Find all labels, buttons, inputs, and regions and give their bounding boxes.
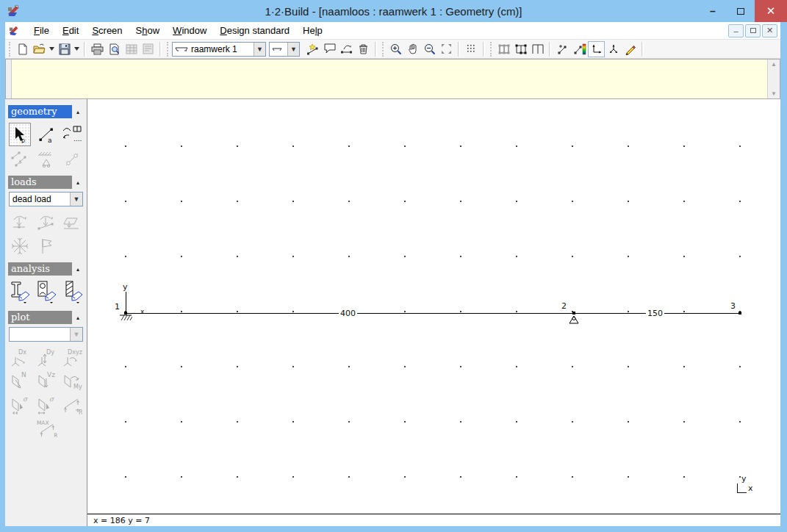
collapse-geometry-icon[interactable]: ▴ — [72, 109, 84, 115]
collapse-plot-icon[interactable]: ▴ — [72, 314, 84, 321]
load-case-combobox[interactable]: dead load ▼ — [9, 192, 83, 206]
open-folder-icon[interactable] — [31, 41, 48, 57]
member-type-combobox[interactable]: ▼ — [269, 42, 300, 57]
member-load-icon[interactable] — [35, 212, 57, 233]
print-icon[interactable] — [89, 41, 106, 57]
select-pointer-icon[interactable]: p — [9, 123, 31, 146]
maximize-button[interactable] — [727, 0, 755, 22]
drawing-canvas[interactable]: y x 1 2 3 400 150 — [87, 99, 780, 514]
menu-file[interactable]: File — [27, 24, 56, 37]
frame-grid-partial-icon[interactable] — [512, 41, 529, 57]
svg-text:p: p — [21, 137, 25, 143]
toolbar-grip — [382, 42, 385, 57]
global-axes-lines — [737, 484, 747, 493]
plot-stress-compression-icon[interactable]: σ — [9, 395, 31, 415]
toolbar-grip — [490, 42, 493, 57]
plot-max-reactions-icon[interactable]: MAXR — [35, 418, 57, 439]
distributed-load-icon[interactable] — [61, 212, 83, 233]
axes-2d-icon[interactable] — [588, 41, 605, 57]
plot-displacement-y-icon[interactable]: Dy — [35, 348, 57, 368]
frame-grid-outline-icon[interactable] — [529, 41, 546, 57]
menu-screen[interactable]: Screen — [85, 24, 129, 37]
load-case-dropdown-icon[interactable]: ▼ — [70, 193, 82, 206]
wind-load-icon[interactable] — [35, 236, 57, 256]
scroll-down-icon[interactable]: ▼ — [771, 90, 777, 97]
plot-panel-header[interactable]: plot ▴ — [8, 311, 84, 324]
hinge-icon[interactable] — [61, 149, 83, 170]
tool-sidebar: geometry ▴ p a .... — [5, 99, 87, 526]
analysis-panel-header[interactable]: analysis ▴ — [8, 262, 84, 276]
plot-reactions-icon[interactable]: R — [61, 395, 83, 415]
member-type-dropdown-icon[interactable]: ▼ — [287, 43, 299, 56]
profile-design-icon[interactable] — [9, 280, 31, 303]
roller-support-icon[interactable] — [569, 315, 579, 324]
snow-load-icon[interactable] — [9, 236, 31, 256]
plot-stress-tension-icon[interactable]: σ — [35, 395, 57, 415]
frame-select-value: raamwerk 1 — [188, 44, 240, 54]
support-icon[interactable] — [35, 149, 57, 170]
menu-edit[interactable]: Edit — [56, 24, 85, 37]
delete-icon[interactable] — [355, 41, 372, 57]
annotation-icon[interactable] — [321, 41, 338, 57]
new-document-icon[interactable] — [14, 41, 31, 57]
column-design-icon[interactable] — [62, 280, 84, 303]
zoom-out-icon[interactable] — [421, 41, 438, 57]
report-icon[interactable] — [140, 41, 157, 57]
move-node-icon[interactable] — [338, 41, 355, 57]
hatched-support-icon[interactable] — [119, 314, 132, 321]
message-scrollbar[interactable]: ▲ ▼ — [767, 60, 780, 98]
geometry-panel-header[interactable]: geometry ▴ — [8, 105, 84, 118]
menu-help[interactable]: Help — [296, 24, 329, 37]
toolbar-separator — [458, 42, 460, 57]
split-member-icon[interactable] — [9, 149, 31, 170]
frame-select-combobox[interactable]: raamwerk 1 ▼ — [172, 42, 266, 57]
axes-3d-icon[interactable] — [605, 41, 622, 57]
plot-shear-force-icon[interactable]: Vz — [35, 371, 57, 392]
save-dropdown-icon[interactable] — [73, 41, 81, 57]
pan-hand-icon[interactable] — [404, 41, 421, 57]
loads-panel-header[interactable]: loads ▴ — [8, 176, 84, 189]
node-2-marker[interactable] — [572, 312, 575, 314]
scroll-up-icon[interactable]: ▲ — [771, 61, 777, 68]
span-1-length-label: 400 — [339, 309, 357, 317]
node-numbers-icon[interactable] — [554, 41, 571, 57]
svg-text:N: N — [21, 371, 26, 378]
add-node-icon[interactable] — [304, 41, 321, 57]
draw-pencil-icon[interactable] — [622, 41, 639, 57]
plot-normal-force-icon[interactable]: N — [9, 371, 31, 392]
member-numbers-colors-icon[interactable] — [571, 41, 588, 57]
plot-displacement-xyz-icon[interactable]: Dxyz — [61, 348, 83, 368]
frame-select-dropdown-icon[interactable]: ▼ — [254, 43, 265, 56]
mdi-minimize-button[interactable]: – — [728, 24, 744, 37]
mdi-restore-button[interactable] — [745, 24, 761, 37]
zoom-in-icon[interactable] — [387, 41, 404, 57]
collapse-analysis-icon[interactable]: ▴ — [72, 266, 84, 273]
nodal-load-icon[interactable] — [9, 212, 31, 233]
print-preview-icon[interactable] — [106, 41, 123, 57]
snap-grid-icon[interactable] — [463, 41, 480, 57]
save-icon[interactable] — [56, 41, 73, 57]
plot-displacement-x-icon[interactable]: Dx — [9, 348, 31, 368]
mdi-close-button[interactable]: ✕ — [762, 24, 777, 37]
zoom-extents-icon[interactable] — [438, 41, 455, 57]
table-icon[interactable] — [123, 41, 140, 57]
plot-select-dropdown-icon[interactable]: ▼ — [70, 328, 82, 341]
plot-select-combobox[interactable]: ▼ — [9, 327, 83, 342]
menu-window[interactable]: Window — [166, 24, 213, 37]
node-3-marker[interactable] — [739, 312, 741, 314]
minimize-button[interactable]: – — [699, 0, 727, 22]
draw-member-icon[interactable]: a — [35, 123, 57, 146]
message-text-area[interactable] — [12, 60, 767, 98]
node1-x-axis-label: x — [140, 308, 144, 316]
frame-grid-all-icon[interactable] — [495, 41, 512, 57]
close-button[interactable]: ✕ — [755, 0, 787, 22]
plot-moment-icon[interactable]: My — [61, 371, 83, 392]
load-case-value: dead load — [10, 194, 70, 204]
structure-wizard-icon[interactable]: .... — [61, 123, 83, 146]
collapse-loads-icon[interactable]: ▴ — [72, 179, 84, 186]
menu-design-standard[interactable]: Design standard — [213, 24, 296, 37]
steel-check-icon[interactable] — [35, 280, 57, 303]
toolbar-grip — [167, 42, 170, 57]
open-dropdown-icon[interactable] — [48, 41, 56, 57]
menu-show[interactable]: Show — [129, 24, 167, 37]
